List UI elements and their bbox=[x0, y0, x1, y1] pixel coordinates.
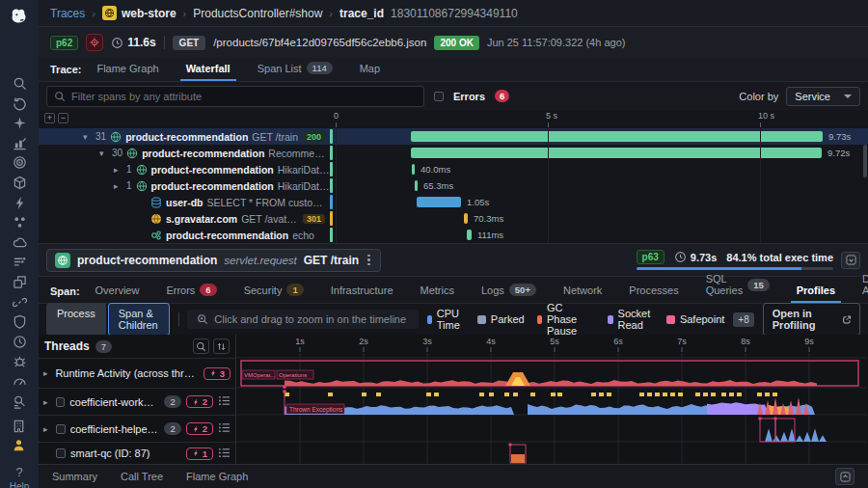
datadog-logo-icon[interactable] bbox=[8, 6, 31, 29]
waterfall-scrollbar[interactable] bbox=[863, 145, 867, 177]
span-tab-sql-queries[interactable]: SQL Queries15 bbox=[700, 273, 775, 303]
chevron-right-icon[interactable]: ▸ bbox=[43, 368, 50, 378]
windows-icon[interactable] bbox=[12, 275, 27, 290]
kebab-menu-icon[interactable] bbox=[366, 255, 372, 266]
waterfall-span-row[interactable]: user-dbSELECT * FROM customers WHERE cid… bbox=[39, 194, 868, 210]
legend-more-badge[interactable]: +8 bbox=[733, 312, 753, 327]
span-tab-errors[interactable]: Errors6 bbox=[160, 284, 222, 303]
span-duration-bar[interactable] bbox=[464, 213, 468, 224]
cluster-icon[interactable] bbox=[12, 215, 27, 230]
span-children-toggle-button[interactable]: Span & Children bbox=[108, 303, 170, 336]
thread-menu-icon[interactable] bbox=[218, 395, 231, 408]
span-tab-profiles[interactable]: Profiles bbox=[791, 285, 841, 303]
bottom-tab-call-tree[interactable]: Call Tree bbox=[121, 471, 163, 482]
chevron-down-icon[interactable]: ▾ bbox=[99, 149, 108, 158]
bottom-tab-flame-graph[interactable]: Flame Graph bbox=[186, 471, 248, 482]
waterfall-span-row[interactable]: product-recommendationecho111ms bbox=[39, 227, 868, 243]
open-in-profiling-button[interactable]: Open in Profiling bbox=[763, 303, 860, 336]
safepoint-marker bbox=[607, 393, 611, 396]
chevron-right-icon[interactable]: ▸ bbox=[43, 397, 51, 407]
span-identity-pill[interactable]: product-recommendation servlet.request G… bbox=[46, 249, 381, 272]
color-by-select[interactable]: Service bbox=[786, 87, 860, 106]
span-tab-overview[interactable]: Overview bbox=[90, 285, 146, 303]
breadcrumb-service-label: web-store bbox=[122, 7, 176, 20]
thread-events-badge[interactable]: 3 bbox=[203, 367, 231, 380]
span-tab-metrics[interactable]: Metrics bbox=[415, 285, 460, 303]
building-icon[interactable] bbox=[12, 418, 27, 433]
thread-row[interactable]: ▸coefficient-worker-X22 bbox=[39, 388, 235, 415]
link-icon[interactable] bbox=[12, 294, 27, 310]
span-tab-security[interactable]: Security1 bbox=[238, 284, 310, 303]
process-toggle-button[interactable]: Process bbox=[46, 303, 106, 336]
span-duration-bar[interactable] bbox=[467, 230, 472, 240]
cube-icon[interactable] bbox=[12, 176, 27, 191]
thread-menu-icon[interactable] bbox=[218, 447, 231, 460]
help-label[interactable]: Help bbox=[10, 481, 30, 488]
expand-panel-button[interactable] bbox=[835, 468, 854, 485]
waterfall-span-row[interactable]: ▾31product-recommendationGET /train2009.… bbox=[39, 128, 868, 145]
errors-filter-label[interactable]: Errors bbox=[453, 91, 485, 102]
bug-icon[interactable] bbox=[12, 354, 27, 369]
span-duration-bar[interactable] bbox=[412, 164, 415, 175]
threads-sort-button[interactable] bbox=[213, 339, 230, 354]
span-filter-field[interactable] bbox=[46, 86, 424, 107]
bottom-tab-summary[interactable]: Summary bbox=[52, 471, 97, 482]
waterfall-span-row[interactable]: ▸1product-recommendationHikariDataSource… bbox=[39, 161, 868, 177]
waterfall-span-row[interactable]: ▾30product-recommendationRecommendationC… bbox=[39, 145, 868, 161]
collapse-all-button[interactable]: − bbox=[58, 113, 68, 123]
span-tab-network[interactable]: Network bbox=[557, 285, 608, 303]
cloud-icon[interactable] bbox=[12, 234, 27, 250]
pointer-icon[interactable] bbox=[12, 116, 27, 131]
shield-icon[interactable] bbox=[12, 314, 27, 330]
gauge-icon[interactable] bbox=[12, 374, 27, 390]
threads-search-button[interactable] bbox=[193, 339, 209, 354]
chevron-down-icon[interactable]: ▾ bbox=[83, 132, 92, 142]
compass-icon[interactable] bbox=[12, 334, 27, 349]
thread-events-badge[interactable]: 2 bbox=[186, 395, 213, 408]
expand-all-button[interactable]: + bbox=[44, 113, 55, 123]
chevron-right-icon[interactable]: ▸ bbox=[114, 165, 122, 175]
span-tab-logs[interactable]: Logs50+ bbox=[475, 284, 542, 303]
search-icon[interactable] bbox=[12, 76, 27, 92]
waterfall-span-row[interactable]: ▸1product-recommendationHikariDataSource… bbox=[39, 177, 868, 194]
target-icon[interactable] bbox=[12, 155, 27, 171]
collapse-panel-button[interactable] bbox=[841, 252, 860, 269]
span-duration-bar[interactable] bbox=[417, 197, 461, 207]
bolt-icon[interactable] bbox=[12, 195, 27, 210]
thread-checkbox[interactable] bbox=[56, 424, 66, 434]
span-filter-input[interactable] bbox=[71, 91, 417, 102]
chart-icon[interactable] bbox=[12, 135, 27, 150]
history-icon[interactable] bbox=[12, 95, 27, 111]
filter-icon[interactable] bbox=[12, 255, 27, 270]
span-tab-infrastructure[interactable]: Infrastructure bbox=[325, 285, 399, 303]
thread-checkbox[interactable] bbox=[56, 448, 66, 458]
breadcrumb-resource[interactable]: ProductsController#show bbox=[193, 7, 322, 20]
span-tab-dev-agent[interactable]: Dev Agent bbox=[856, 273, 868, 303]
span-timeline-cell: 70.3ms bbox=[330, 210, 868, 227]
chevron-right-icon[interactable]: ▸ bbox=[43, 424, 51, 434]
threads-timeline[interactable]: 1s2s3s4s5s6s7s8s9sVMOperat...OperationsT… bbox=[236, 335, 868, 464]
span-duration-bar[interactable] bbox=[415, 180, 418, 191]
thread-row[interactable]: ▸coefficient-helper-X22 bbox=[39, 415, 235, 442]
thread-checkbox[interactable] bbox=[56, 397, 66, 407]
waterfall-span-row[interactable]: s.gravatar.comGET /avatar/?30170.3ms bbox=[39, 210, 868, 227]
chevron-right-icon[interactable]: ▸ bbox=[114, 181, 122, 191]
breadcrumb-traces-link[interactable]: Traces bbox=[50, 7, 85, 20]
breadcrumb-service[interactable]: web-store bbox=[102, 6, 176, 20]
span-service: product-recommendation bbox=[166, 230, 288, 241]
trace-tab-map[interactable]: Map bbox=[354, 63, 386, 81]
help-icon[interactable]: ? bbox=[15, 465, 22, 479]
span-tab-processes[interactable]: Processes bbox=[623, 285, 684, 303]
thread-events-badge[interactable]: 1 bbox=[186, 447, 213, 460]
errors-checkbox[interactable] bbox=[434, 92, 444, 101]
request-path[interactable]: /products/67bf4e12d09765df56c2ebb6.json bbox=[213, 37, 426, 48]
trace-tab-span-list[interactable]: Span List114 bbox=[252, 62, 339, 81]
thread-menu-icon[interactable] bbox=[218, 422, 231, 435]
scan-icon[interactable] bbox=[12, 393, 27, 409]
thread-row[interactable]: ▸Runtime Activity (across threads)3 bbox=[39, 358, 235, 388]
trace-tab-waterfall[interactable]: Waterfall bbox=[180, 63, 236, 81]
person-icon[interactable] bbox=[12, 438, 27, 453]
thread-row[interactable]: smart-qc (ID: 87)1 bbox=[39, 442, 235, 464]
trace-tab-flame-graph[interactable]: Flame Graph bbox=[91, 63, 164, 81]
thread-events-badge[interactable]: 2 bbox=[186, 422, 213, 435]
